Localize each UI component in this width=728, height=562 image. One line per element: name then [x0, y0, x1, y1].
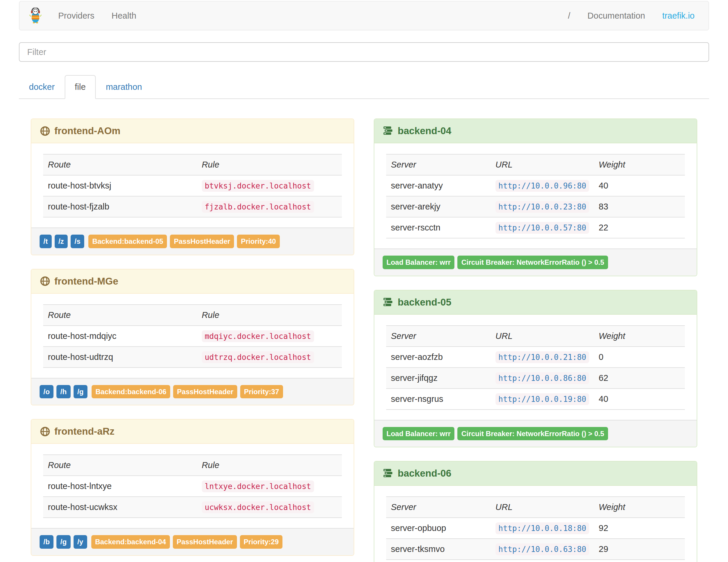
column-header-url: URL	[491, 154, 594, 175]
backend-panel-backend-05: backend-05 ServerURLWeight server-aozfzb…	[374, 290, 697, 448]
route-row: route-host-udtrzqudtrzq.docker.localhost	[43, 347, 342, 368]
panel-title: frontend-aRz	[54, 426, 114, 437]
server-url-cell: http://10.0.0.96:80	[491, 175, 594, 196]
frontends-column: frontend-AOm RouteRule route-host-btvksj…	[31, 118, 354, 556]
server-weight: 92	[594, 518, 685, 539]
backend-panel-footer: Load Balancer: wrrCircuit Breaker: Netwo…	[374, 420, 697, 447]
nav-link-item[interactable]: /	[559, 1, 579, 30]
server-name: server-rscctn	[386, 217, 491, 238]
column-header-url: URL	[491, 326, 594, 347]
tab-docker[interactable]: docker	[19, 75, 65, 99]
server-row: server-opbuophttp://10.0.0.18:8092	[386, 518, 685, 539]
server-weight: 29	[594, 539, 685, 560]
server-url-link[interactable]: http://10.0.0.21:80	[495, 351, 589, 363]
rule-cell: udtrzq.docker.localhost	[197, 347, 342, 368]
entrypoint-label: /o	[40, 385, 53, 399]
server-row: server-updomohttp://10.0.0.83:8057	[386, 560, 685, 562]
entrypoint-label: /g	[56, 535, 70, 549]
frontend-panel-body: RouteRule route-host-lntxyelntxye.docker…	[31, 444, 354, 528]
server-url-link[interactable]: http://10.0.0.19:80	[495, 393, 589, 405]
frontend-panel-frontend-mge: frontend-MGe RouteRule route-host-mdqiyc…	[31, 269, 354, 406]
backend-panel-body: ServerURLWeight server-opbuophttp://10.0…	[374, 486, 697, 562]
rule-cell: btvksj.docker.localhost	[197, 175, 342, 196]
route-row: route-host-fjzalbfjzalb.docker.localhost	[43, 196, 342, 217]
route-row: route-host-ucwksxucwksx.docker.localhost	[43, 497, 342, 518]
server-row: server-jifqgzhttp://10.0.0.86:8062	[386, 368, 685, 389]
server-name: server-tksmvo	[386, 539, 491, 560]
frontend-panel-footer: /b/g/yBackend:backend-04PassHostHeaderPr…	[31, 528, 354, 555]
server-url-cell: http://10.0.0.19:80	[491, 389, 594, 410]
column-header-server: Server	[386, 326, 491, 347]
nav-link-health[interactable]: Health	[103, 1, 145, 30]
panel-title: frontend-MGe	[54, 276, 118, 287]
traefik-mascot-icon	[29, 8, 42, 24]
server-name: server-jifqgz	[386, 368, 491, 389]
frontend-panel-heading: frontend-MGe	[31, 269, 354, 294]
backend-meta-label: Circuit Breaker: NetworkErrorRatio () > …	[457, 256, 608, 269]
provider-tabs: dockerfilemarathon	[19, 75, 709, 99]
route-name: route-host-lntxye	[43, 476, 197, 497]
column-header-rule: Rule	[197, 154, 342, 175]
server-row: server-tksmvohttp://10.0.0.63:8029	[386, 539, 685, 560]
route-row: route-host-mdqiycmdqiyc.docker.localhost	[43, 326, 342, 347]
server-url-link[interactable]: http://10.0.0.63:80	[495, 543, 589, 555]
tab-marathon[interactable]: marathon	[96, 75, 152, 99]
navbar-right: /Documentationtraefik.io	[559, 1, 703, 30]
frontend-tag-label: Backend:backend-05	[88, 235, 167, 248]
server-url-link[interactable]: http://10.0.0.86:80	[495, 372, 589, 384]
nav-link-documentation[interactable]: Documentation	[579, 1, 654, 30]
panel-title: backend-05	[398, 297, 451, 308]
frontend-panel-heading: frontend-aRz	[31, 420, 354, 444]
backend-panel-heading: backend-05	[374, 290, 697, 315]
servers-table: ServerURLWeight server-aozfzbhttp://10.0…	[386, 325, 685, 410]
server-url-cell: http://10.0.0.23:80	[491, 196, 594, 217]
server-icon	[383, 468, 393, 478]
backend-meta-label: Load Balancer: wrr	[383, 427, 454, 441]
rule-code: ucwksx.docker.localhost	[202, 501, 314, 513]
routes-table: RouteRule route-host-mdqiycmdqiyc.docker…	[43, 304, 342, 368]
server-url-cell: http://10.0.0.86:80	[491, 368, 594, 389]
backend-meta-label: Circuit Breaker: NetworkErrorRatio () > …	[457, 427, 608, 441]
server-url-link[interactable]: http://10.0.0.18:80	[495, 522, 589, 534]
navbar-left: ProvidersHealth	[25, 1, 145, 30]
entrypoint-label: /b	[40, 535, 53, 549]
server-url-link[interactable]: http://10.0.0.96:80	[495, 180, 589, 192]
server-url-link[interactable]: http://10.0.0.23:80	[495, 201, 589, 213]
server-url-cell: http://10.0.0.21:80	[491, 347, 594, 368]
nav-link-providers[interactable]: Providers	[50, 1, 103, 30]
server-url-cell: http://10.0.0.63:80	[491, 539, 594, 560]
server-name: server-opbuop	[386, 518, 491, 539]
nav-link-traefik-io[interactable]: traefik.io	[654, 1, 703, 30]
column-header-weight: Weight	[594, 326, 685, 347]
column-header-weight: Weight	[594, 154, 685, 175]
backend-panel-body: ServerURLWeight server-aozfzbhttp://10.0…	[374, 315, 697, 420]
route-name: route-host-btvksj	[43, 175, 197, 196]
column-header-url: URL	[491, 497, 594, 518]
server-icon	[383, 297, 393, 307]
rule-cell: ucwksx.docker.localhost	[197, 497, 342, 518]
route-name: route-host-mdqiyc	[43, 326, 197, 347]
backend-panel-body: ServerURLWeight server-anatyyhttp://10.0…	[374, 143, 697, 248]
server-name: server-arekjy	[386, 196, 491, 217]
routes-table: RouteRule route-host-lntxyelntxye.docker…	[43, 454, 342, 518]
frontend-tag-label: Backend:backend-04	[91, 535, 170, 549]
rule-cell: fjzalb.docker.localhost	[197, 196, 342, 217]
globe-icon	[40, 126, 50, 136]
tab-file[interactable]: file	[65, 75, 96, 99]
servers-table: ServerURLWeight server-anatyyhttp://10.0…	[386, 154, 685, 238]
route-name: route-host-ucwksx	[43, 497, 197, 518]
server-icon	[383, 126, 393, 136]
filter-input[interactable]	[19, 42, 709, 62]
rule-cell: lntxye.docker.localhost	[197, 476, 342, 497]
server-url-cell: http://10.0.0.18:80	[491, 518, 594, 539]
backend-panel-backend-04: backend-04 ServerURLWeight server-anatyy…	[374, 118, 697, 276]
frontend-tag-label: Priority:37	[240, 385, 283, 399]
entrypoint-label: /t	[40, 235, 52, 248]
navbar: ProvidersHealth /Documentationtraefik.io	[19, 1, 709, 30]
server-row: server-aozfzbhttp://10.0.0.21:800	[386, 347, 685, 368]
server-url-link[interactable]: http://10.0.0.57:80	[495, 222, 589, 234]
backend-panel-heading: backend-06	[374, 462, 697, 486]
globe-icon	[40, 276, 50, 286]
server-name: server-aozfzb	[386, 347, 491, 368]
server-weight: 83	[594, 196, 685, 217]
